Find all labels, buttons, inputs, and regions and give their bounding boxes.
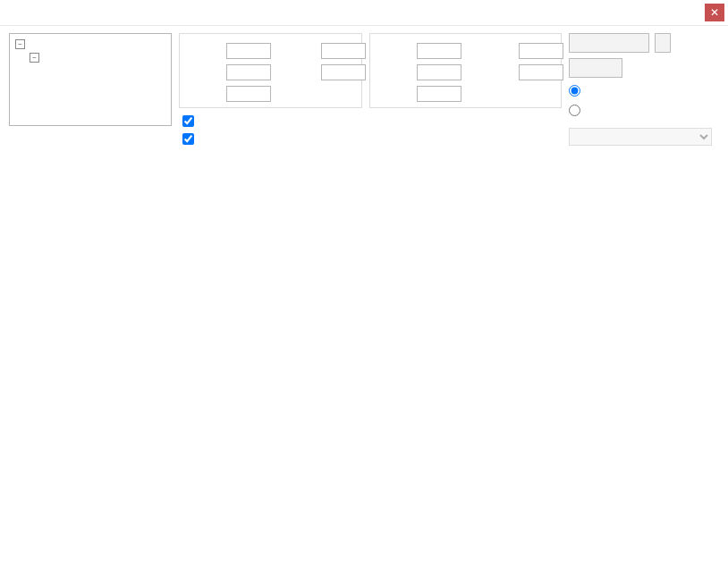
label-tvv (282, 64, 314, 80)
input-grafik-tobr[interactable] (226, 86, 271, 102)
tree-node-leaf[interactable] (12, 64, 169, 78)
content-pane: − − (0, 26, 728, 162)
label-tobr (187, 86, 219, 102)
groupbox-sred (369, 33, 562, 108)
radio-sum[interactable] (569, 85, 580, 97)
top-row: − − (9, 33, 719, 146)
tree-node-root[interactable]: − (12, 38, 169, 51)
input-sred-tobr[interactable] (417, 86, 461, 102)
side-controls (569, 33, 719, 146)
label-sred-tpod (377, 64, 410, 80)
close-icon[interactable]: ✕ (705, 4, 724, 21)
input-sred-tgrunt[interactable] (519, 43, 563, 59)
label-sred-tnv (377, 43, 410, 59)
collapse-icon[interactable]: − (15, 39, 25, 49)
label-sred-tobr (377, 86, 410, 102)
check-coef[interactable] (182, 115, 194, 127)
label-sred-tpodv (472, 64, 512, 80)
tree-node-leaf[interactable] (12, 105, 169, 118)
input-grafik-tpod[interactable] (226, 64, 271, 80)
input-grafik-tnv[interactable] (226, 43, 271, 59)
groupbox-grafik (179, 33, 362, 108)
input-sred-tpodv[interactable] (519, 64, 563, 80)
owners-select[interactable] (569, 128, 712, 146)
label-tso (282, 43, 314, 59)
check-rushdr-row[interactable] (182, 131, 562, 146)
input-grafik-tvv[interactable] (321, 64, 366, 80)
tree-node-leaf[interactable] (12, 91, 169, 105)
input-sred-tnv[interactable] (417, 43, 461, 59)
save-button[interactable] (655, 33, 671, 53)
label-sred-tgrunt (472, 43, 512, 59)
check-coef-row[interactable] (182, 114, 562, 128)
radio-node[interactable] (569, 105, 580, 116)
titlebar: ✕ (0, 0, 728, 26)
label-tnv (187, 43, 219, 59)
window: ✕ − − (0, 0, 728, 162)
tree[interactable]: − − (9, 33, 172, 126)
tree-node-leaf[interactable] (12, 78, 169, 91)
label-tpod (187, 64, 219, 80)
report-button[interactable] (569, 58, 622, 78)
tree-node-boiler[interactable]: − (12, 51, 169, 64)
input-sred-tpod[interactable] (417, 64, 461, 80)
check-rushdr[interactable] (182, 133, 194, 145)
input-grafik-tso[interactable] (321, 43, 366, 59)
radio-sum-row[interactable] (569, 83, 719, 97)
radio-node-row[interactable] (569, 103, 719, 117)
calc-button[interactable] (569, 33, 649, 53)
collapse-icon[interactable]: − (30, 53, 39, 63)
